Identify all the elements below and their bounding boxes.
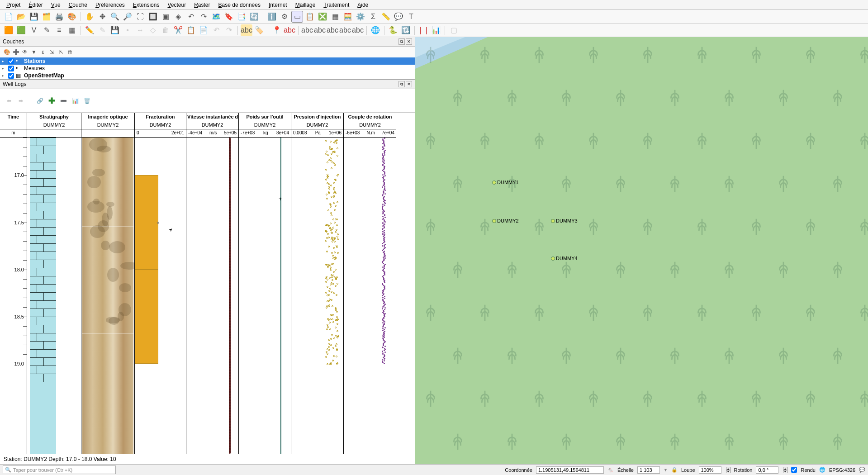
station-dummy4[interactable]: DUMMY4 [551,256,578,261]
plugin-web-icon[interactable]: 🌐 [370,24,381,36]
plugin-bars-icon[interactable]: ❘❘ [417,24,429,36]
layer-collapse-icon[interactable]: ⇱ [57,48,65,56]
layout-manager-icon[interactable]: 🖨️ [53,11,65,23]
log-grid[interactable]: Timem17.017.518.018.519.0StratigraphyDUM… [0,113,415,454]
new-geopackage-icon[interactable]: ✎ [41,24,52,36]
label-move-icon[interactable]: abc [301,24,313,36]
layer-remove-icon[interactable]: 🗑 [66,48,74,56]
menu-diter[interactable]: Éditer [25,0,46,10]
messages-icon[interactable]: 💬 [859,467,865,473]
track-body[interactable] [27,138,81,454]
label-hide-icon[interactable]: abc [284,24,295,36]
stats-sum-icon[interactable]: Σ [367,11,379,23]
new-virtual-icon[interactable]: ▦ [66,24,78,36]
track-body[interactable]: ×➤ [135,138,186,454]
new-shapefile-icon[interactable]: V [28,24,40,36]
layer-visibility-icon[interactable]: 👁 [21,48,29,56]
zoom-selection-icon[interactable]: 🔲 [147,11,159,23]
layer-checkbox[interactable] [8,66,14,71]
save-icon[interactable]: 💾 [28,11,40,23]
layer-checkbox[interactable] [8,73,14,79]
zoom-layer-icon[interactable]: ▣ [160,11,171,23]
menu-extensions[interactable]: Extensions [129,0,163,10]
layer-expr-filter-icon[interactable]: ε [39,48,47,56]
zoom-native-icon[interactable]: ◈ [172,11,184,23]
label-abc-icon[interactable]: abc [241,24,252,36]
menu-prfrences[interactable]: Préférences [92,0,128,10]
pan-icon[interactable]: ✋ [84,11,95,23]
extents-icon[interactable]: 🐁 [607,467,614,473]
station-dummy2[interactable]: DUMMY2 [492,218,519,223]
map-canvas[interactable]: DUMMY1DUMMY2DUMMY3DUMMY4 [415,37,868,464]
zoom-next-icon[interactable]: ↷ [198,11,209,23]
plugin-chart-icon[interactable]: 📊 [430,24,442,36]
menu-traitement[interactable]: Traitement [320,0,353,10]
log-column-press[interactable]: Pression d'injectionDUMMY20.0003Pa1e+06 [291,113,344,454]
coord-value[interactable]: 1.1905131,49.1564811 [536,466,604,474]
annotation-icon[interactable]: T [405,11,417,23]
pan-selection-icon[interactable]: ✥ [96,11,108,23]
label-tool4-icon[interactable]: abc [339,24,351,36]
select-rect-icon[interactable]: ▭ [291,11,303,23]
log-column-poids[interactable]: Poids sur l'outilDUMMY2-7e+03kg8e+04+ [239,113,291,454]
save-as-icon[interactable]: 🗂️ [41,11,52,23]
add-vector-icon[interactable]: 🟧 [3,24,14,36]
label-layer-icon[interactable]: 🏷️ [253,24,265,36]
new-spatialite-icon[interactable]: ≡ [53,24,65,36]
menu-maillage[interactable]: Maillage [292,0,319,10]
log-column-strat[interactable]: StratigraphyDUMMY2 [27,113,81,454]
label-change-icon[interactable]: abc [327,24,338,36]
zoom-full-icon[interactable]: ⛶ [134,11,146,23]
layer-row-mesures[interactable]: ▸ • Mesures [0,65,415,72]
undock-icon[interactable]: ⧉ [398,81,405,87]
plugin-reload-icon[interactable]: 🔃 [400,24,412,36]
field-calc-icon[interactable]: 🧮 [342,11,354,23]
processing-toolbox-icon[interactable]: ⚙️ [355,11,366,23]
config-icon[interactable]: 📊 [71,96,80,105]
scale-value[interactable]: 1:103 [637,466,660,474]
select-form-icon[interactable]: 📋 [304,11,316,23]
layer-filter-icon[interactable]: ▼ [30,48,38,56]
new-bookmark-icon[interactable]: 🔖 [223,11,235,23]
identify-icon[interactable]: ℹ️ [266,11,278,23]
rendu-checkbox[interactable] [791,467,797,473]
menu-projet[interactable]: Projet [3,0,24,10]
style-manager-icon[interactable]: 🎨 [66,11,78,23]
track-body[interactable] [291,138,343,454]
zoom-last-icon[interactable]: ↶ [185,11,197,23]
new-project-icon[interactable]: 📄 [3,11,14,23]
layer-row-stations[interactable]: ▸ • Stations [0,57,415,65]
epsg-label[interactable]: EPSG:4326 [829,467,855,473]
rotation-value[interactable]: 0,0 ° [756,466,778,474]
menu-vue[interactable]: Vue [47,0,64,10]
menu-aide[interactable]: Aide [354,0,372,10]
show-bookmarks-icon[interactable]: 📑 [236,11,247,23]
new-map-view-icon[interactable]: 🗺️ [210,11,222,23]
open-project-icon[interactable]: 📂 [15,11,27,23]
label-tool5-icon[interactable]: abc [352,24,364,36]
track-body[interactable] [186,138,238,454]
close-icon[interactable]: ✕ [406,38,412,45]
close-icon[interactable]: ✕ [406,81,412,87]
add-raster-icon[interactable]: 🟩 [15,24,27,36]
refresh-icon[interactable]: 🔄 [248,11,260,23]
label-rotate-icon[interactable]: abc [314,24,326,36]
attr-table-icon[interactable]: ▦ [329,11,341,23]
delete-icon[interactable]: 🗑️ [82,96,91,105]
undock-icon[interactable]: ⧉ [398,38,405,45]
log-column-img[interactable]: Imagerie optiqueDUMMY2 [81,113,135,454]
label-pin-icon[interactable]: 📍 [271,24,283,36]
menu-couche[interactable]: Couche [65,0,91,10]
menu-vecteur[interactable]: Vecteur [164,0,190,10]
track-body[interactable]: + [239,138,291,454]
layer-row-openstreetmap[interactable]: ▸ ▦ OpenStreetMap [0,72,415,79]
identify-settings-icon[interactable]: ⚙ [279,11,290,23]
add-track-icon[interactable]: ✚ [47,96,56,105]
layers-tree[interactable]: ▸ • Stations▸ • Mesures▸ ▦ OpenStreetMap [0,57,415,79]
log-column-couple[interactable]: Couple de rotationDUMMY2-6e+03N.m7e+04 [344,113,396,454]
loupe-value[interactable]: 100% [699,466,721,474]
map-tips-icon[interactable]: 💬 [393,11,404,23]
lock-icon[interactable]: 🔒 [671,467,678,473]
zoom-in-icon[interactable]: 🔍 [109,11,121,23]
menu-basededonnes[interactable]: Base de données [215,0,264,10]
